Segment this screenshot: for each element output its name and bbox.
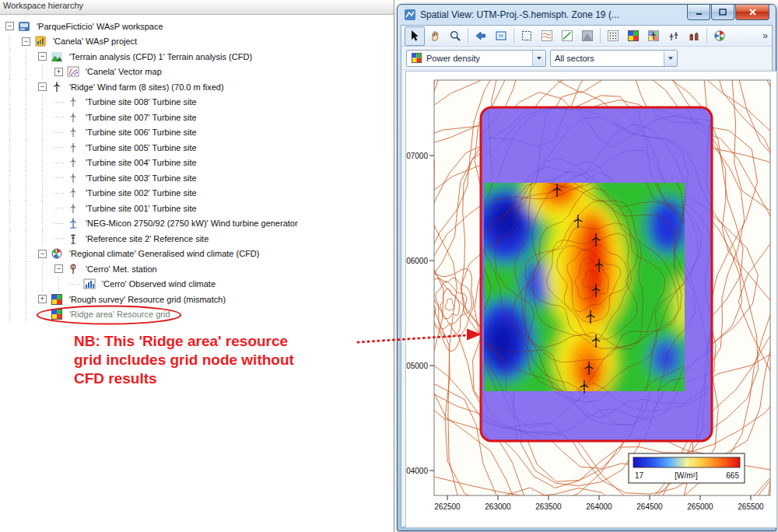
- tree-connector: −: [2, 22, 18, 30]
- contour-layer-button[interactable]: [537, 26, 557, 46]
- variable-select-arrow[interactable]: [532, 51, 545, 66]
- window-icon: [404, 9, 416, 21]
- expand-toggle[interactable]: +: [54, 68, 63, 76]
- map-toolbar: »: [401, 26, 772, 47]
- tree-item-label: 'Canela' WAsP project: [51, 36, 139, 47]
- annotation-note: NB: This 'Ridge area' resource grid incl…: [74, 332, 294, 388]
- tree-item[interactable]: 'Turbine site 004' Turbine site: [2, 156, 392, 171]
- tree-connector: [18, 231, 34, 247]
- tree-item[interactable]: 'Turbine site 006' Turbine site: [2, 125, 392, 141]
- window-titlebar[interactable]: Spatial View: UTM-Proj.-S.hemisph. Zone …: [398, 5, 776, 25]
- tree-item[interactable]: 'Turbine site 003' Turbine site: [2, 170, 392, 186]
- toolbar-separator: [706, 28, 707, 44]
- map-canvas[interactable]: 6507000650600065050006504000 26250026300…: [405, 71, 777, 528]
- turbines-layer-icon: [668, 30, 680, 42]
- tree-connector: [34, 261, 51, 277]
- variable-select-value: Power density: [426, 54, 529, 63]
- tree-item[interactable]: −'Terrain analysis (CFD) 1' Terrain anal…: [2, 49, 392, 65]
- marquee-button[interactable]: [517, 26, 537, 46]
- tree-item-label: 'Ridge' Wind farm (8 sites) (70.0 m fixe…: [67, 82, 226, 93]
- tree-item[interactable]: 'Cerro' Observed wind climate: [2, 277, 392, 292]
- tree-item-label: 'Turbine site 001' Turbine site: [83, 203, 199, 214]
- tree-item[interactable]: 'Turbine site 002' Turbine site: [2, 186, 392, 201]
- vector-layer-icon: [561, 30, 573, 42]
- window-title: Spatial View: UTM-Proj.-S.hemisph. Zone …: [420, 9, 619, 20]
- sector-select[interactable]: All sectors: [550, 50, 678, 67]
- back-button[interactable]: [471, 26, 491, 46]
- expand-toggle[interactable]: +: [38, 295, 47, 303]
- select-button[interactable]: [405, 26, 425, 46]
- tree-connector: [34, 201, 51, 216]
- close-button[interactable]: [735, 5, 769, 20]
- tree-item[interactable]: 'Turbine site 008' Turbine site: [2, 95, 392, 110]
- window-controls: [686, 5, 769, 20]
- resourcegrid-icon: [51, 293, 63, 306]
- turbine-icon: [67, 111, 79, 124]
- grid-turbines-button[interactable]: [643, 26, 664, 46]
- grid-colors-button[interactable]: [623, 26, 643, 46]
- grid-nodes-button[interactable]: [603, 26, 623, 46]
- fit-button[interactable]: [491, 26, 511, 46]
- shade-layer-icon: [581, 30, 594, 42]
- tree-item[interactable]: 'Ridge area' Resource grid: [2, 307, 392, 323]
- tree-connector: [34, 277, 51, 292]
- tree-connector: [18, 307, 34, 323]
- collapse-toggle[interactable]: −: [22, 37, 30, 46]
- tree-connector: [18, 247, 34, 262]
- pan-button[interactable]: [425, 26, 445, 46]
- minimize-button[interactable]: [687, 5, 710, 20]
- shade-layer-button[interactable]: [577, 26, 598, 46]
- sector-select-arrow[interactable]: [664, 51, 677, 66]
- y-axis-label: 6506000: [406, 257, 428, 265]
- tree-connector: [2, 231, 18, 247]
- generator-icon: [67, 217, 79, 229]
- select-icon: [408, 30, 421, 42]
- tree-connector: [18, 65, 34, 80]
- tree-item[interactable]: −'ParqueFicticio' WAsP workspace: [2, 19, 392, 34]
- tree-item[interactable]: 'Turbine site 005' Turbine site: [2, 140, 392, 156]
- tree-item[interactable]: −'Cerro' Met. station: [2, 261, 392, 277]
- tree-item[interactable]: 'NEG-Micon 2750/92 (2750 kW)' Wind turbi…: [2, 216, 392, 232]
- tree-item[interactable]: +'Canela' Vector map: [2, 65, 392, 80]
- tree-item[interactable]: +'Rough survey' Resource grid (mismatch): [2, 292, 392, 307]
- maximize-button[interactable]: [711, 5, 734, 20]
- turbines-layer-button[interactable]: [664, 26, 684, 46]
- tree-item-label: 'Terrain analysis (CFD) 1' Terrain analy…: [67, 51, 254, 62]
- collapse-toggle[interactable]: −: [38, 250, 47, 258]
- tree-connector: [51, 170, 67, 186]
- collapse-toggle[interactable]: −: [38, 52, 47, 61]
- tree-item[interactable]: 'Turbine site 001' Turbine site: [2, 201, 392, 216]
- buildings-layer-button[interactable]: [684, 26, 704, 46]
- collapse-toggle[interactable]: −: [5, 22, 14, 30]
- tree-item-label: 'Turbine site 002' Turbine site: [83, 187, 199, 198]
- tree-connector: [51, 125, 67, 141]
- tree-connector: [2, 95, 18, 110]
- display-filter-bar: Power density All sectors: [401, 47, 772, 70]
- tree-item[interactable]: −'Regional climate' Generalised wind cli…: [2, 247, 392, 262]
- tree-connector: [18, 156, 34, 171]
- zoom-button[interactable]: [445, 26, 465, 46]
- variable-select[interactable]: Power density: [406, 50, 546, 67]
- x-axis: 2625002630002635002640002645002650002655…: [434, 495, 764, 511]
- tree-item[interactable]: −'Ridge' Wind farm (8 sites) (70.0 m fix…: [2, 79, 392, 95]
- tree-connector: [2, 34, 18, 50]
- tree-item[interactable]: 'Turbine site 007' Turbine site: [2, 110, 392, 125]
- tree-connector: [34, 216, 51, 232]
- y-axis-label: 6507000: [406, 152, 428, 160]
- spatial-view-window: Spatial View: UTM-Proj.-S.hemisph. Zone …: [397, 4, 776, 531]
- vector-layer-button[interactable]: [557, 26, 577, 46]
- tree-item-label: 'Regional climate' Generalised wind clim…: [67, 248, 261, 259]
- tree-item[interactable]: −'Canela' WAsP project: [2, 34, 392, 50]
- tree-connector: +: [51, 68, 67, 76]
- tree-connector: [51, 277, 67, 292]
- windfarm-icon: [51, 81, 63, 93]
- collapse-toggle[interactable]: −: [54, 264, 63, 273]
- tree-item[interactable]: 'Reference site 2' Reference site: [2, 231, 392, 247]
- tree-connector: [2, 110, 18, 125]
- collapse-toggle[interactable]: −: [38, 82, 47, 91]
- zoom-icon: [449, 30, 461, 42]
- y-axis-label: 6504000: [406, 467, 428, 475]
- rose-button[interactable]: [710, 26, 730, 46]
- tree-connector: [34, 125, 51, 141]
- toolbar-overflow-chevron[interactable]: »: [762, 30, 768, 41]
